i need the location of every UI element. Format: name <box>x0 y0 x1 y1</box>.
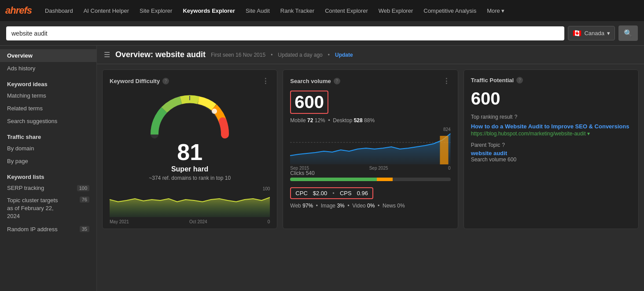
search-input[interactable] <box>6 26 564 40</box>
top-ranking-url-arrow: ▾ <box>587 131 590 137</box>
kd-menu-icon[interactable]: ⋮ <box>262 77 270 85</box>
sv-chart-area: 824 <box>290 127 450 167</box>
clicks-bar <box>290 178 450 181</box>
parent-topic-sv: Search volume 600 <box>471 156 631 163</box>
svg-rect-5 <box>440 136 449 164</box>
cps-label: CPS <box>340 190 352 196</box>
sidebar: Overview Ads history Keyword ideas Match… <box>0 46 97 291</box>
clicks-bar-orange <box>377 178 393 181</box>
keyword-difficulty-card: Keyword Difficulty ? ⋮ <box>102 69 277 229</box>
parent-topic-help-icon[interactable]: ? <box>502 142 505 148</box>
clicks-label: Clicks 540 <box>290 170 450 176</box>
country-label: Canada <box>584 30 604 36</box>
top-ranking-label-text: Top ranking result <box>471 114 513 120</box>
kd-sublabel: ~374 ref. domains to rank in top 10 <box>110 175 270 181</box>
parent-topic-label-text: Parent Topic <box>471 142 500 148</box>
search-button[interactable]: 🔍 <box>618 25 638 41</box>
sv-card-title: Search volume ? ⋮ <box>290 77 450 85</box>
gauge-svg <box>146 91 234 139</box>
traffic-potential-card: Traffic Potential ? 600 Top ranking resu… <box>464 69 639 229</box>
clicks-bar-green <box>290 178 377 181</box>
sidebar-item-overview[interactable]: Overview <box>0 49 96 62</box>
tp-value: 600 <box>471 89 631 109</box>
kd-chart-x-start: May 2021 <box>110 219 129 224</box>
kd-label: Super hard <box>110 165 270 173</box>
kd-trend-svg <box>110 186 270 217</box>
sidebar-badge-topic: 76 <box>80 196 89 203</box>
sidebar-list-item-topic-cluster[interactable]: Topic cluster targetsas of February 22,2… <box>0 194 96 223</box>
top-ranking-url[interactable]: https://blog.hubspot.com/marketing/websi… <box>471 131 631 137</box>
nav-site-audit[interactable]: Site Audit <box>245 6 271 16</box>
sidebar-badge-random: 35 <box>80 226 89 232</box>
top-ranking-title-link[interactable]: How to do a Website Audit to Improve SEO… <box>471 123 629 130</box>
search-volume-card: Search volume ? ⋮ 600 Mobile 72 12% • De… <box>283 69 458 229</box>
sv-axis-min: 0 <box>448 166 451 171</box>
kd-title-text: Keyword Difficulty <box>110 78 160 84</box>
main-layout: Overview Ads history Keyword ideas Match… <box>0 46 644 291</box>
serp-video: 0% <box>367 203 375 209</box>
top-nav: ahrefs Dashboard AI Content Helper Site … <box>0 0 644 21</box>
kd-chart-axis: May 2021 Oct 2024 0 <box>110 219 270 224</box>
cards-grid: Keyword Difficulty ? ⋮ <box>97 64 644 234</box>
svg-point-0 <box>212 109 217 114</box>
sidebar-list-item-serp[interactable]: SERP tracking 100 <box>0 182 96 194</box>
sidebar-list-item-random-ip[interactable]: Random IP address 35 <box>0 223 96 235</box>
cpc-cps-box: CPC $2.00 • CPS 0.96 <box>290 187 373 199</box>
sv-number-box: 600 <box>290 91 328 114</box>
serp-news: 0% <box>397 203 405 209</box>
sidebar-list-label-serp: SERP tracking <box>7 185 44 191</box>
nav-site-explorer[interactable]: Site Explorer <box>139 6 173 16</box>
hamburger-icon[interactable]: ☰ <box>104 51 110 59</box>
logo: ahrefs <box>5 5 32 16</box>
country-selector[interactable]: 🇨🇦 Canada ▾ <box>568 26 615 40</box>
sidebar-item-by-page[interactable]: By page <box>0 155 96 167</box>
canada-flag-icon: 🇨🇦 <box>573 29 581 37</box>
sidebar-item-by-domain[interactable]: By domain <box>0 142 96 155</box>
kd-help-icon[interactable]: ? <box>162 78 169 84</box>
nav-rank-tracker[interactable]: Rank Tracker <box>280 6 315 16</box>
cpc-cps-dot: • <box>332 190 335 196</box>
sidebar-section-keyword-ideas: Keyword ideas <box>0 75 96 89</box>
parent-topic-link[interactable]: website audit <box>471 150 507 156</box>
sv-desktop-val: 528 <box>354 117 363 124</box>
sidebar-item-matching-terms[interactable]: Matching terms <box>0 89 96 102</box>
sidebar-item-related-terms[interactable]: Related terms <box>0 102 96 115</box>
page-dot-separator2: • <box>328 52 330 58</box>
sidebar-list-label-topic: Topic cluster targetsas of February 22,2… <box>7 196 58 221</box>
sidebar-badge-serp: 100 <box>77 185 89 191</box>
sv-chart-axis: Sep 2015 Sep 2025 0 <box>290 166 450 171</box>
tp-help-icon[interactable]: ? <box>516 77 523 84</box>
page-header: ☰ Overview: website audit First seen 16 … <box>97 46 644 64</box>
serp-image: 3% <box>337 203 344 209</box>
sv-trend-svg <box>290 127 450 164</box>
page-dot-separator1: • <box>271 52 272 58</box>
page-updated: Updated a day ago <box>278 52 322 58</box>
cps-value: 0.96 <box>357 190 368 196</box>
sv-axis-end: Sep 2025 <box>369 166 388 171</box>
nav-web-explorer[interactable]: Web Explorer <box>378 6 414 16</box>
top-ranking-help-icon[interactable]: ? <box>514 114 517 120</box>
sv-help-icon[interactable]: ? <box>334 78 340 84</box>
clicks-bar-container: Clicks 540 <box>290 170 450 181</box>
page-first-seen: First seen 16 Nov 2015 <box>211 52 265 58</box>
nav-dashboard[interactable]: Dashboard <box>44 6 74 16</box>
nav-keywords-explorer[interactable]: Keywords Explorer <box>182 6 236 16</box>
nav-content-explorer[interactable]: Content Explorer <box>324 6 369 16</box>
kd-card-title: Keyword Difficulty ? ⋮ <box>110 77 270 85</box>
sidebar-item-search-suggestions[interactable]: Search suggestions <box>0 115 96 127</box>
sv-title-text: Search volume <box>290 78 331 84</box>
sv-value: 600 <box>294 92 324 112</box>
nav-ai-content[interactable]: AI Content Helper <box>83 6 130 16</box>
sv-axis-start: Sep 2015 <box>290 166 309 171</box>
update-link[interactable]: Update <box>335 52 353 58</box>
sidebar-item-ads-history[interactable]: Ads history <box>0 62 96 75</box>
top-ranking-url-text: https://blog.hubspot.com/marketing/websi… <box>471 131 586 137</box>
nav-competitive-analysis[interactable]: Competitive Analysis <box>423 6 477 16</box>
sidebar-section-keyword-lists: Keyword lists <box>0 167 96 182</box>
sv-menu-icon[interactable]: ⋮ <box>443 77 451 85</box>
tp-title-text: Traffic Potential <box>471 77 514 84</box>
serp-web: 97% <box>302 203 313 209</box>
country-dropdown-icon: ▾ <box>607 30 610 36</box>
sv-mobile-pct: 12% <box>315 117 325 124</box>
nav-more[interactable]: More ▾ <box>486 6 505 16</box>
